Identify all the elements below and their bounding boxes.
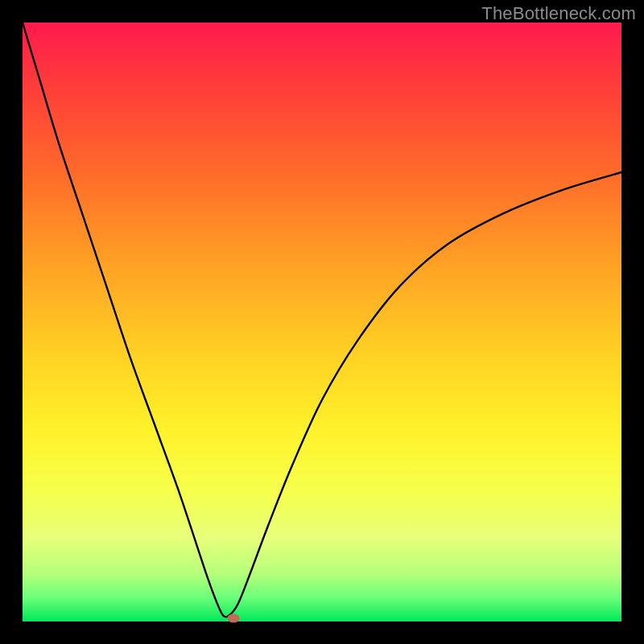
watermark: TheBottleneck.com <box>481 3 636 24</box>
optimal-marker <box>227 614 239 623</box>
chart-frame: TheBottleneck.com <box>0 0 644 644</box>
bottleneck-curve <box>23 23 621 621</box>
plot-area <box>23 23 621 621</box>
